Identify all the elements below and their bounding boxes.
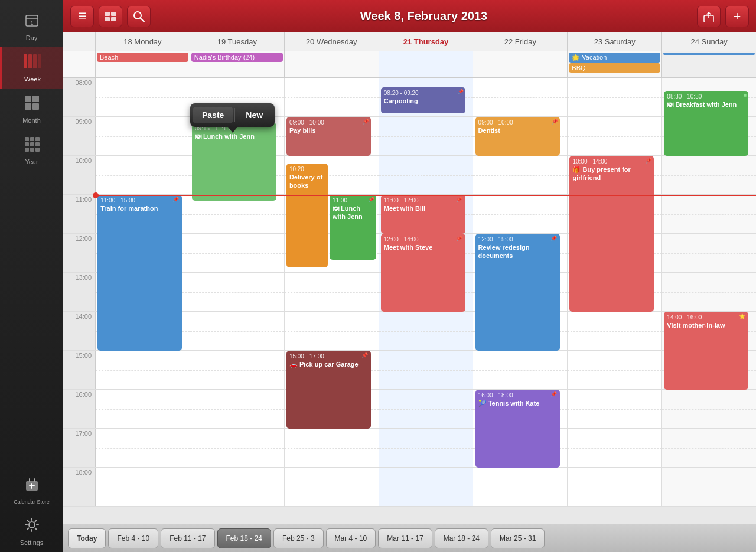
sidebar-item-calendar-store[interactable]: Calendar Store (0, 471, 63, 511)
all-day-thu[interactable] (379, 51, 474, 77)
cell-sun-12[interactable] (662, 234, 756, 272)
event-nadia-birthday[interactable]: Nadia's Birthday (24) (191, 53, 283, 62)
sidebar-item-week[interactable]: Week (0, 47, 63, 89)
cell-thu-10[interactable] (379, 156, 474, 194)
cell-thu-12[interactable]: 12:00 - 14:00 📌 Meet with Steve (379, 234, 474, 272)
cell-sat-15[interactable] (568, 351, 662, 389)
cell-sun-18[interactable] (662, 468, 756, 506)
cell-wed-13[interactable] (285, 273, 379, 311)
sidebar-item-month[interactable]: Month (0, 89, 63, 130)
event-vacation-sun[interactable] (663, 53, 755, 55)
today-button[interactable]: Today (68, 528, 106, 548)
event-buy-present[interactable]: 10:00 - 14:00 🎁 Buy present for girlfrie… (569, 156, 654, 312)
nav-week-6[interactable]: Mar 11 - 17 (378, 528, 432, 548)
cell-thu-9[interactable] (379, 117, 474, 155)
event-lunch-jenn-wed[interactable]: 11:00 🍽 Lunch with Jenn 📌 (330, 195, 376, 260)
cell-fri-16[interactable]: 16:00 - 18:00 📌 🎾 Tennis with Kate (473, 390, 568, 428)
cell-sat-17[interactable] (568, 429, 662, 467)
cell-sun-13[interactable] (662, 273, 756, 311)
event-train-marathon[interactable]: 11:00 - 15:00 📌 Train for marathon (97, 195, 182, 351)
event-tennis-kate[interactable]: 16:00 - 18:00 📌 🎾 Tennis with Kate (475, 390, 560, 468)
cell-sat-8[interactable] (568, 78, 662, 116)
cell-fri-8[interactable] (473, 78, 568, 116)
nav-week-3[interactable]: Feb 18 - 24 (217, 528, 271, 548)
new-button[interactable]: New (236, 107, 272, 123)
cell-sat-9[interactable] (568, 117, 662, 155)
cell-mon-8[interactable] (96, 78, 190, 116)
cell-fri-9[interactable]: 09:00 - 10:00 Dentist 📌 (473, 117, 568, 155)
cell-tue-12[interactable] (190, 234, 285, 272)
event-dentist[interactable]: 09:00 - 10:00 Dentist 📌 (475, 117, 560, 156)
nav-week-1[interactable]: Feb 4 - 10 (108, 528, 158, 548)
all-day-sat[interactable]: 🌟 Vacation BBQ (568, 51, 662, 77)
event-breakfast-jenn[interactable]: 08:30 - 10:30 🍽 Breakfast with Jenn ■ (664, 91, 748, 156)
event-carpooling[interactable]: 08:20 - 09:20 Carpooling 📌 (381, 87, 465, 113)
cell-wed-14[interactable] (285, 312, 379, 350)
cell-sat-16[interactable] (568, 390, 662, 428)
cell-wed-18[interactable] (285, 468, 379, 506)
cell-sat-18[interactable] (568, 468, 662, 506)
cell-thu-17[interactable] (379, 429, 474, 467)
cell-thu-15[interactable] (379, 351, 474, 389)
all-day-sun[interactable] (662, 51, 756, 77)
cell-mon-10[interactable] (96, 156, 190, 194)
cell-fri-15[interactable] (473, 351, 568, 389)
cell-thu-8[interactable]: 08:20 - 09:20 Carpooling 📌 (379, 78, 474, 116)
cell-wed-9[interactable]: 09:00 - 10:00 Pay bills 📌 (285, 117, 379, 155)
nav-week-8[interactable]: Mar 25 - 31 (491, 528, 545, 548)
nav-week-5[interactable]: Mar 4 - 10 (326, 528, 376, 548)
event-meet-bill[interactable]: 11:00 - 12:00 📌 Meet with Bill (381, 195, 465, 234)
event-visit-mother[interactable]: 14:00 - 16:00 ⭐ Visit mother-in-law (664, 312, 748, 390)
menu-button[interactable]: ☰ (70, 6, 94, 27)
cell-wed-10[interactable]: 10:20 Delivery of books (285, 156, 379, 194)
cell-fri-11[interactable] (473, 195, 568, 233)
all-day-fri[interactable] (473, 51, 568, 77)
all-day-mon[interactable]: Beach (96, 51, 190, 77)
all-day-wed[interactable] (285, 51, 379, 77)
cell-thu-16[interactable] (379, 390, 474, 428)
cell-fri-10[interactable] (473, 156, 568, 194)
cell-thu-11[interactable]: 11:00 - 12:00 📌 Meet with Bill (379, 195, 474, 233)
sidebar-item-day[interactable]: 1 Day (0, 6, 63, 47)
cell-thu-14[interactable] (379, 312, 474, 350)
calendar-view-button[interactable] (99, 6, 122, 27)
cell-sun-8[interactable]: 08:30 - 10:30 🍽 Breakfast with Jenn ■ (662, 78, 756, 116)
add-event-button[interactable]: + (725, 6, 749, 27)
cell-mon-15[interactable] (96, 351, 190, 389)
cell-wed-15[interactable]: 15:00 - 17:00 📌 🚗 Pick up car Garage (285, 351, 379, 389)
cell-mon-11[interactable]: 11:00 - 15:00 📌 Train for marathon (96, 195, 190, 233)
all-day-tue[interactable]: Nadia's Birthday (24) (190, 51, 285, 77)
cell-sat-10[interactable]: 10:00 - 14:00 🎁 Buy present for girlfrie… (568, 156, 662, 194)
share-button[interactable] (697, 6, 721, 27)
event-review-redesign[interactable]: 12:00 - 15:00 📌 Review redesign document… (475, 234, 560, 351)
cell-tue-15[interactable] (190, 351, 285, 389)
event-delivery-books[interactable]: 10:20 Delivery of books (286, 164, 328, 267)
cell-thu-18[interactable] (379, 468, 474, 506)
cell-sun-11[interactable] (662, 195, 756, 233)
event-lunch-jenn-tue[interactable]: 09:15 - 11:15 🍽 Lunch with Jenn (192, 123, 276, 201)
cell-wed-17[interactable] (285, 429, 379, 467)
cell-fri-12[interactable]: 12:00 - 15:00 📌 Review redesign document… (473, 234, 568, 272)
cell-tue-18[interactable] (190, 468, 285, 506)
cell-mon-18[interactable] (96, 468, 190, 506)
sidebar-item-settings[interactable]: Settings (0, 511, 63, 552)
cell-sun-17[interactable] (662, 429, 756, 467)
cell-fri-18[interactable] (473, 468, 568, 506)
paste-button[interactable]: Paste (193, 107, 233, 123)
event-pickup-car[interactable]: 15:00 - 17:00 📌 🚗 Pick up car Garage (286, 351, 371, 429)
cell-tue-17[interactable] (190, 429, 285, 467)
event-meet-steve[interactable]: 12:00 - 14:00 📌 Meet with Steve (381, 234, 465, 312)
event-vacation[interactable]: 🌟 Vacation (569, 53, 660, 63)
event-pay-bills[interactable]: 09:00 - 10:00 Pay bills 📌 (286, 117, 371, 156)
cell-tue-13[interactable] (190, 273, 285, 311)
sidebar-item-year[interactable]: Year (0, 130, 63, 171)
nav-week-7[interactable]: Mar 18 - 24 (435, 528, 488, 548)
nav-week-2[interactable]: Feb 11 - 17 (161, 528, 214, 548)
search-button[interactable] (127, 6, 151, 27)
event-bbq[interactable]: BBQ (569, 63, 660, 73)
cell-mon-17[interactable] (96, 429, 190, 467)
cell-sun-10[interactable] (662, 156, 756, 194)
cell-tue-14[interactable] (190, 312, 285, 350)
cell-wed-8[interactable] (285, 78, 379, 116)
nav-week-4[interactable]: Feb 25 - 3 (273, 528, 324, 548)
